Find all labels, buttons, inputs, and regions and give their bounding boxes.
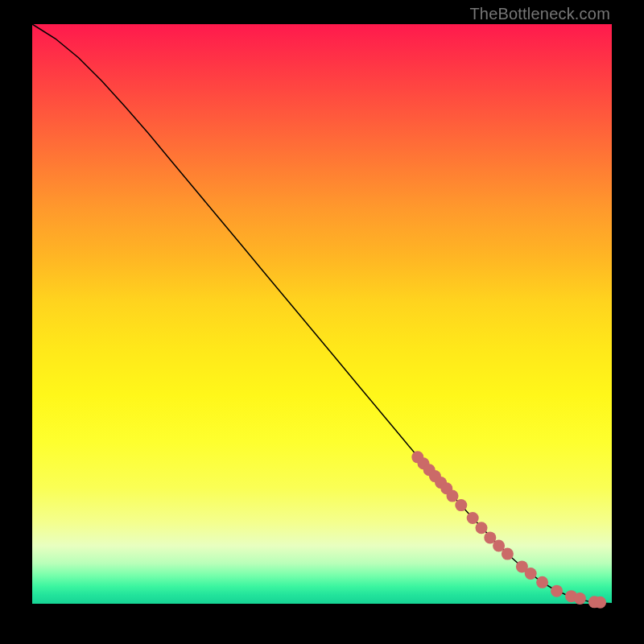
chart-frame: TheBottleneck.com — [0, 0, 644, 644]
plot-area — [32, 24, 612, 604]
data-point — [525, 568, 537, 580]
watermark-text: TheBottleneck.com — [469, 5, 610, 23]
data-point — [467, 512, 479, 524]
data-point — [551, 585, 563, 597]
data-point — [476, 522, 488, 534]
scatter-group — [411, 451, 606, 608]
curve-line — [32, 24, 612, 604]
chart-svg — [32, 24, 612, 604]
data-point — [455, 499, 467, 511]
data-point — [536, 576, 548, 588]
data-point — [502, 548, 514, 560]
data-point — [447, 490, 459, 502]
data-point — [574, 592, 586, 605]
data-point — [594, 597, 606, 609]
